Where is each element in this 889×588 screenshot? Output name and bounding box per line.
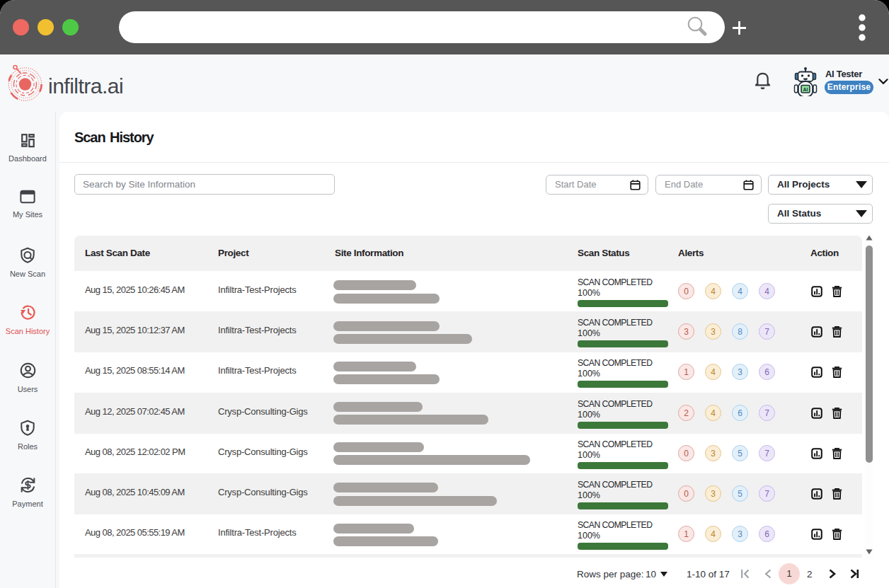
svg-text:AI: AI: [803, 87, 808, 92]
